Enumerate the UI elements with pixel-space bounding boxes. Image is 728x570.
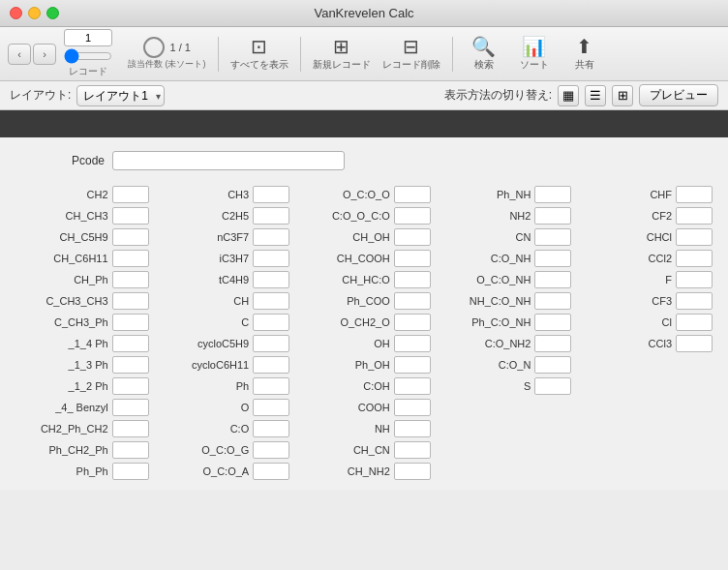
field-input-nh[interactable] xyxy=(394,420,431,437)
sort-button[interactable]: 📊 ソート xyxy=(511,35,558,74)
field-input-ph_ph[interactable] xyxy=(112,463,149,480)
field-input-cf2[interactable] xyxy=(676,207,713,225)
field-input-cn[interactable] xyxy=(534,228,571,246)
field-input-ch3[interactable] xyxy=(253,186,289,203)
field-input-o_c_o_g[interactable] xyxy=(253,441,289,459)
field-label: Ph_NH xyxy=(497,189,531,200)
field-row: CH_Ph xyxy=(15,271,149,288)
field-input-c_o_n[interactable] xyxy=(534,356,571,374)
field-input-c_oh[interactable] xyxy=(394,377,431,395)
field-input-c_o_nh[interactable] xyxy=(534,250,571,267)
field-input-cooh[interactable] xyxy=(394,399,431,416)
field-input-ch2[interactable] xyxy=(112,186,149,203)
field-input-ch_ph[interactable] xyxy=(112,271,149,288)
field-input-ph[interactable] xyxy=(253,377,289,395)
layout-select-wrap[interactable]: レイアウト1 xyxy=(76,85,165,106)
nav-prev-button[interactable]: ‹ xyxy=(8,44,31,65)
field-input-c_o[interactable] xyxy=(253,420,289,437)
field-input-ch2_ph_ch2[interactable] xyxy=(112,420,149,437)
close-button[interactable] xyxy=(10,7,22,19)
field-input-c2h5[interactable] xyxy=(253,207,289,225)
field-input-nh_c_o_nh[interactable] xyxy=(534,292,571,310)
view-icon-form[interactable]: ▦ xyxy=(558,85,579,106)
field-input-cf3[interactable] xyxy=(676,292,713,310)
field-input-ch_oh[interactable] xyxy=(394,228,431,246)
field-row xyxy=(439,441,572,459)
view-icon-list[interactable]: ☰ xyxy=(585,85,606,106)
field-input-o[interactable] xyxy=(253,399,289,416)
minimize-button[interactable] xyxy=(28,7,41,19)
field-input-c_o_o_c_o[interactable] xyxy=(394,207,431,225)
field-input-s[interactable] xyxy=(534,377,571,395)
field-input-cycloc5h9[interactable] xyxy=(253,335,289,352)
field-input-ch_c6h11[interactable] xyxy=(112,250,149,267)
share-icon: ⬆ xyxy=(576,37,592,56)
field-input-_1_3_ph[interactable] xyxy=(112,356,149,374)
count-display: 1 / 1 xyxy=(170,42,191,53)
field-input-ch_cooh[interactable] xyxy=(394,250,431,267)
field-input-cycloc6h11[interactable] xyxy=(253,356,289,374)
search-button[interactable]: 🔍 検索 xyxy=(461,35,507,74)
field-input-oh[interactable] xyxy=(394,335,431,352)
record-slider[interactable] xyxy=(64,48,112,64)
field-label: CCl3 xyxy=(649,338,672,349)
field-input-o_ch2_o[interactable] xyxy=(394,314,431,331)
field-input-cl[interactable] xyxy=(676,314,713,331)
field-input-c_ch3_ch3[interactable] xyxy=(112,292,149,310)
field-input-ccl2[interactable] xyxy=(676,250,713,267)
nav-next-button[interactable]: › xyxy=(33,44,56,65)
field-label: C:O_NH xyxy=(491,253,531,264)
field-input-ch_c5h9[interactable] xyxy=(112,228,149,246)
field-row: O_C:O_O xyxy=(297,186,431,203)
field-input-ph_nh[interactable] xyxy=(534,186,571,203)
field-input-ph_ch2_ph[interactable] xyxy=(112,441,149,459)
show-all-button[interactable]: ⊡ すべてを表示 xyxy=(227,35,292,74)
field-input-f[interactable] xyxy=(676,271,713,288)
share-button[interactable]: ⬆ 共有 xyxy=(561,35,608,74)
pcode-input[interactable] xyxy=(112,151,345,170)
field-row: Ph_OH xyxy=(297,356,431,374)
field-input-ch_nh2[interactable] xyxy=(394,463,431,480)
fields-grid: CH2CH3O_C:O_OPh_NHCHFCH_CH3C2H5C:O_O_C:O… xyxy=(15,186,713,480)
field-input-ic3h7[interactable] xyxy=(253,250,289,267)
field-input-ph_c_o_nh[interactable] xyxy=(534,314,571,331)
field-input-c_o_nh2[interactable] xyxy=(534,335,571,352)
field-input-o_c_o_o[interactable] xyxy=(394,186,431,203)
layout-select[interactable]: レイアウト1 xyxy=(76,85,165,106)
field-label: tC4H9 xyxy=(219,274,249,285)
field-input-nc3f7[interactable] xyxy=(253,228,289,246)
maximize-button[interactable] xyxy=(46,7,59,19)
field-input-o_c_o_nh[interactable] xyxy=(534,271,571,288)
field-input-ch[interactable] xyxy=(253,292,289,310)
field-input-tc4h9[interactable] xyxy=(253,271,289,288)
field-input-ch_ch3[interactable] xyxy=(112,207,149,225)
field-input-ph_coo[interactable] xyxy=(394,292,431,310)
field-input-_4__benzyl[interactable] xyxy=(112,399,149,416)
field-input-chcl[interactable] xyxy=(676,228,713,246)
delete-record-button[interactable]: ⊟ レコード削除 xyxy=(379,35,444,74)
record-input[interactable] xyxy=(64,29,112,46)
field-input-ph_oh[interactable] xyxy=(394,356,431,374)
field-input-_1_4_ph[interactable] xyxy=(112,335,149,352)
main-toolbar: ‹ › レコード 1 / 1 該当件数 (未ソート) ⊡ すべてを表示 ⊞ 新規… xyxy=(0,27,728,81)
field-row: O_CH2_O xyxy=(297,314,431,331)
field-input-c[interactable] xyxy=(253,314,289,331)
field-row: iC3H7 xyxy=(157,250,290,267)
field-row: CHF xyxy=(579,186,713,203)
field-input-_1_2_ph[interactable] xyxy=(112,377,149,395)
field-input-chf[interactable] xyxy=(676,186,713,203)
field-input-ccl3[interactable] xyxy=(676,335,713,352)
field-input-ch_cn[interactable] xyxy=(394,441,431,459)
field-input-o_c_o_a[interactable] xyxy=(253,463,289,480)
field-input-ch_hc_o[interactable] xyxy=(394,271,431,288)
field-input-nh2[interactable] xyxy=(534,207,571,225)
field-row: C:O_N xyxy=(439,356,572,374)
field-input-c_ch3_ph[interactable] xyxy=(112,314,149,331)
field-label: C:O_O_C:O xyxy=(332,210,390,222)
preview-button[interactable]: プレビュー xyxy=(639,84,718,106)
field-label: O xyxy=(241,402,250,413)
new-record-button[interactable]: ⊞ 新規レコード xyxy=(309,35,375,74)
field-label: CH3 xyxy=(228,189,249,200)
view-icon-table[interactable]: ⊞ xyxy=(612,85,633,106)
field-row xyxy=(579,420,713,437)
